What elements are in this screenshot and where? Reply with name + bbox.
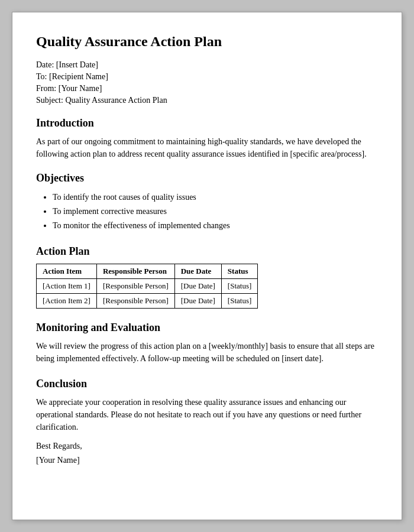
row2-date: [Due Date] <box>174 294 221 309</box>
action-plan-heading: Action Plan <box>36 245 378 258</box>
row2-status: [Status] <box>221 294 257 309</box>
monitoring-body: We will review the progress of this acti… <box>36 340 378 365</box>
introduction-body: As part of our ongoing commitment to mai… <box>36 135 378 160</box>
col-action-item: Action Item <box>37 264 97 279</box>
meta-date: Date: [Insert Date] <box>36 60 378 70</box>
document-title: Quality Assurance Action Plan <box>36 34 378 50</box>
signature-name: [Your Name] <box>36 453 378 468</box>
row1-date: [Due Date] <box>174 279 221 294</box>
objectives-list: To identify the root causes of quality i… <box>36 190 378 232</box>
action-plan-table: Action Item Responsible Person Due Date … <box>36 264 258 309</box>
meta-to: To: [Recipient Name] <box>36 72 378 82</box>
table-row: [Action Item 2] [Responsible Person] [Du… <box>37 294 258 309</box>
meta-from: From: [Your Name] <box>36 84 378 93</box>
row2-action: [Action Item 2] <box>37 294 97 309</box>
row1-person: [Responsible Person] <box>96 279 174 294</box>
signature-closing: Best Regards, <box>36 439 378 453</box>
objective-item-2: To implement corrective measures <box>53 205 378 219</box>
objective-item-3: To monitor the effectiveness of implemen… <box>53 219 378 233</box>
col-due-date: Due Date <box>174 264 221 279</box>
signature-block: Best Regards, [Your Name] <box>36 439 378 468</box>
conclusion-heading: Conclusion <box>36 378 378 390</box>
col-responsible-person: Responsible Person <box>96 264 174 279</box>
table-header-row: Action Item Responsible Person Due Date … <box>37 264 258 279</box>
col-status: Status <box>221 264 257 279</box>
monitoring-heading: Monitoring and Evaluation <box>36 322 378 334</box>
row2-person: [Responsible Person] <box>96 294 174 309</box>
row1-action: [Action Item 1] <box>37 279 97 294</box>
introduction-heading: Introduction <box>36 117 378 129</box>
conclusion-body: We appreciate your cooperation in resolv… <box>36 396 378 433</box>
meta-subject: Subject: Quality Assurance Action Plan <box>36 96 378 105</box>
objectives-heading: Objectives <box>36 172 378 184</box>
objective-item-1: To identify the root causes of quality i… <box>53 190 378 205</box>
page-container: Quality Assurance Action Plan Date: [Ins… <box>12 12 402 520</box>
table-row: [Action Item 1] [Responsible Person] [Du… <box>37 279 258 294</box>
row1-status: [Status] <box>221 279 257 294</box>
